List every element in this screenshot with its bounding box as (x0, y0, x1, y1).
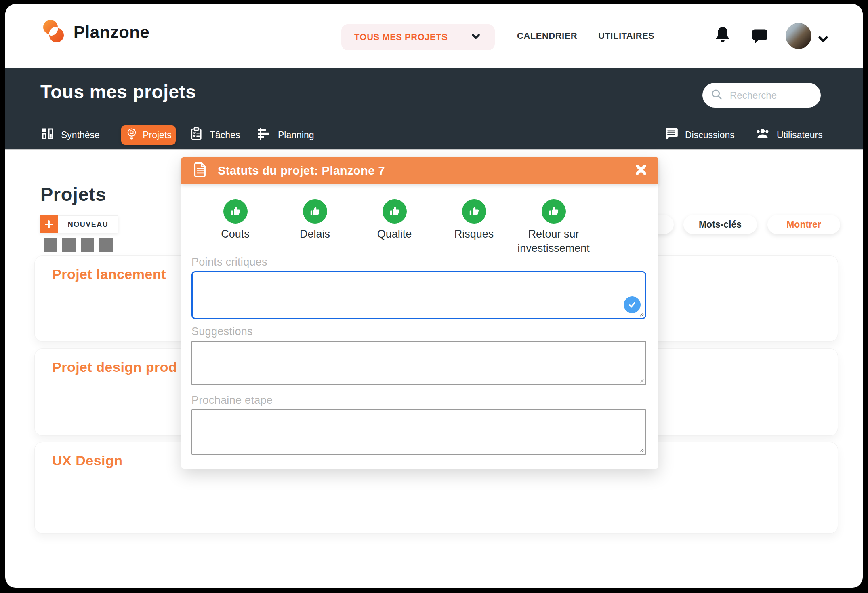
new-project-button[interactable]: NOUVEAU (40, 215, 118, 233)
avatar[interactable] (786, 23, 811, 49)
project-card-title[interactable]: Projet lancement (52, 266, 166, 282)
content-heading: Projets (40, 183, 106, 205)
status-label: Delais (300, 227, 330, 241)
new-project-label: NOUVEAU (58, 215, 118, 233)
brand-name: Planzone (74, 23, 149, 42)
tab-label: Utilisateurs (777, 130, 823, 141)
search-icon (710, 88, 723, 103)
status-retour-investissement[interactable]: Retour sur investissement (514, 199, 593, 255)
planning-icon (256, 126, 272, 144)
status-row: Couts Delais Qualite (195, 199, 593, 255)
prochaine-etape-textarea[interactable] (191, 409, 646, 455)
keywords-label: Mots-clés (699, 219, 742, 230)
thumbs-up-icon (462, 199, 486, 224)
modal-title: Statuts du projet: Planzone 7 (218, 164, 625, 177)
nav-utilitaires[interactable]: UTILITAIRES (598, 31, 655, 41)
suggestions-textarea[interactable] (191, 341, 646, 385)
projets-icon (125, 127, 138, 143)
projects-menu-dropdown[interactable]: TOUS MES PROJETS (341, 24, 495, 50)
tab-projets[interactable]: Projets (121, 125, 176, 145)
gray-square[interactable] (81, 238, 94, 252)
thumbs-up-icon (223, 199, 248, 224)
view-toggle-squares (44, 238, 113, 252)
search-box[interactable] (702, 83, 821, 108)
status-qualite[interactable]: Qualite (355, 199, 434, 255)
synthese-icon (40, 127, 55, 144)
field-label: Prochaine etape (191, 394, 646, 407)
gray-square[interactable] (99, 238, 113, 252)
tab-utilisateurs[interactable]: Utilisateurs (755, 125, 823, 145)
status-label: Risques (454, 227, 494, 241)
tab-label: Projets (143, 130, 172, 141)
chat-icon[interactable] (751, 27, 769, 46)
brand[interactable]: Planzone (40, 18, 149, 46)
tab-discussions[interactable]: Discussions (664, 125, 735, 145)
project-card-title[interactable]: UX Design (52, 453, 123, 468)
bell-icon[interactable] (713, 25, 732, 46)
status-risques[interactable]: Risques (434, 199, 514, 255)
document-icon (192, 161, 209, 180)
close-icon[interactable] (634, 163, 648, 178)
points-critiques-textarea[interactable] (191, 271, 646, 319)
header-divider (5, 149, 863, 150)
tab-planning[interactable]: Planning (256, 125, 314, 145)
tab-label: Discussions (685, 130, 735, 141)
tab-taches[interactable]: Tâches (189, 125, 240, 145)
utilisateurs-icon (755, 126, 771, 144)
app-window: Planzone TOUS MES PROJETS CALENDRIER UTI… (5, 4, 863, 588)
taches-icon (189, 127, 204, 144)
planzone-logo-icon (40, 18, 67, 46)
show-label: Montrer (786, 219, 821, 230)
field-points-critiques: Points critiques (191, 256, 646, 319)
status-label: Qualite (377, 227, 412, 241)
modal-header: Statuts du projet: Planzone 7 (181, 157, 658, 184)
page-title: Tous mes projets (40, 81, 196, 103)
plus-icon (40, 215, 58, 233)
discussions-icon (664, 126, 679, 144)
thumbs-up-icon (383, 199, 407, 224)
page-header: Tous mes projets Synthèse (5, 68, 863, 149)
chevron-down-icon[interactable] (816, 32, 830, 48)
projects-menu-label: TOUS MES PROJETS (354, 32, 448, 42)
search-input[interactable] (729, 89, 813, 101)
gray-square[interactable] (62, 238, 76, 252)
tab-label: Planning (278, 130, 314, 141)
thumbs-up-icon (542, 199, 566, 224)
status-label: Couts (221, 227, 250, 241)
field-suggestions: Suggestions (191, 325, 646, 385)
tab-label: Synthèse (61, 130, 100, 141)
project-status-modal: Statuts du projet: Planzone 7 Couts Dela… (181, 157, 658, 469)
thumbs-up-icon (303, 199, 327, 224)
status-delais[interactable]: Delais (275, 199, 355, 255)
show-button[interactable]: Montrer (767, 215, 840, 234)
field-label: Suggestions (191, 325, 646, 338)
tab-synthese[interactable]: Synthèse (40, 125, 100, 145)
top-header: Planzone TOUS MES PROJETS CALENDRIER UTI… (5, 4, 863, 68)
nav-calendrier[interactable]: CALENDRIER (517, 31, 577, 41)
gray-square[interactable] (44, 238, 57, 252)
check-icon[interactable] (624, 296, 641, 313)
chevron-down-icon (470, 30, 482, 44)
tab-label: Tâches (210, 130, 240, 141)
modal-body: Couts Delais Qualite (181, 184, 658, 469)
status-label: Retour sur investissement (514, 227, 593, 255)
status-couts[interactable]: Couts (195, 199, 275, 255)
field-label: Points critiques (191, 256, 646, 268)
field-prochaine-etape: Prochaine etape (191, 394, 646, 455)
keywords-button[interactable]: Mots-clés (683, 215, 757, 234)
project-card-title[interactable]: Projet design prod (52, 359, 177, 375)
